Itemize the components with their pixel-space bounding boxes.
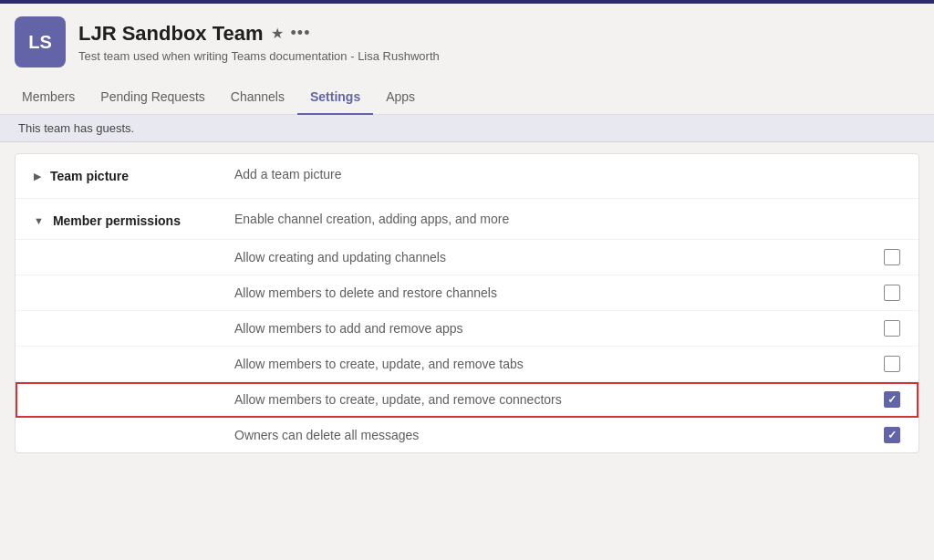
member-permissions-section-header-row: ▼ Member permissions Enable channel crea… (16, 199, 918, 240)
team-picture-body: Add a team picture (234, 167, 900, 185)
nav-tabs: Members Pending Requests Channels Settin… (0, 80, 934, 115)
permission-delete-channels-checkbox[interactable] (884, 285, 900, 301)
favorite-star-icon[interactable]: ★ (271, 25, 284, 42)
member-permissions-header: ▼ Member permissions (34, 212, 234, 228)
permission-add-apps-label: Allow members to add and remove apps (234, 321, 884, 336)
permission-create-channels-label: Allow creating and updating channels (234, 250, 884, 264)
permission-delete-messages-label: Owners can delete all messages (234, 428, 884, 442)
tab-channels[interactable]: Channels (218, 80, 297, 115)
permission-tabs: Allow members to create, update, and rem… (16, 347, 918, 382)
more-options-icon[interactable]: ••• (291, 24, 311, 43)
permission-add-apps-checkbox[interactable] (884, 320, 900, 337)
tab-members[interactable]: Members (18, 80, 88, 115)
permission-create-channels-checkbox[interactable] (884, 249, 900, 265)
permission-connectors-label: Allow members to create, update, and rem… (234, 392, 884, 407)
team-name: LJR Sandbox Team (78, 22, 264, 46)
permission-delete-channels: Allow members to delete and restore chan… (16, 275, 918, 311)
permission-delete-channels-label: Allow members to delete and restore chan… (234, 285, 884, 300)
team-description: Test team used when writing Teams docume… (78, 49, 440, 63)
header-info: LJR Sandbox Team ★ ••• Test team used wh… (78, 22, 440, 63)
permission-delete-messages: Owners can delete all messages (16, 418, 918, 452)
member-permissions-title: Member permissions (53, 213, 181, 228)
permission-tabs-checkbox[interactable] (884, 356, 900, 372)
team-picture-title: Team picture (50, 169, 129, 183)
team-picture-chevron-icon[interactable]: ▶ (34, 171, 41, 182)
settings-content: ▶ Team picture Add a team picture ▼ Memb… (15, 153, 919, 453)
team-picture-header: ▶ Team picture (34, 167, 234, 183)
permission-create-channels: Allow creating and updating channels (16, 240, 918, 275)
header-title-row: LJR Sandbox Team ★ ••• (78, 22, 440, 46)
permission-delete-messages-checkbox[interactable] (884, 427, 900, 443)
tab-settings[interactable]: Settings (297, 80, 373, 115)
guest-notice: This team has guests. (0, 115, 934, 142)
tab-apps[interactable]: Apps (373, 80, 428, 115)
permission-tabs-label: Allow members to create, update, and rem… (234, 357, 884, 371)
member-permissions-description: Enable channel creation, adding apps, an… (234, 212, 900, 226)
permission-connectors: Allow members to create, update, and rem… (16, 382, 918, 418)
tab-pending-requests[interactable]: Pending Requests (88, 80, 217, 115)
permission-add-apps: Allow members to add and remove apps (16, 311, 918, 347)
member-permissions-body: Enable channel creation, adding apps, an… (234, 212, 900, 230)
team-picture-section: ▶ Team picture Add a team picture (16, 154, 918, 199)
permission-connectors-checkbox[interactable] (884, 391, 900, 408)
header: LS LJR Sandbox Team ★ ••• Test team used… (0, 4, 934, 80)
team-picture-description: Add a team picture (234, 167, 900, 181)
member-permissions-chevron-icon[interactable]: ▼ (34, 215, 44, 226)
team-avatar: LS (15, 16, 66, 67)
